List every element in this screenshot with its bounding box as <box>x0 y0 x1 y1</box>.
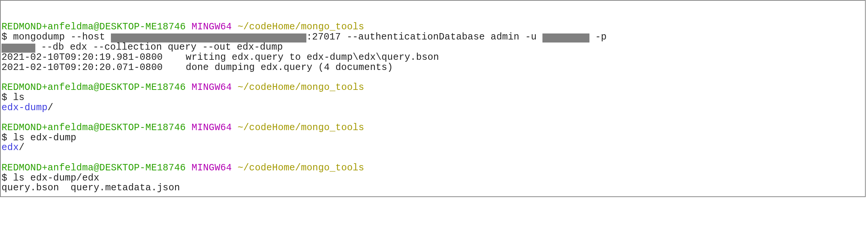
prompt-shell: MINGW64 <box>191 162 232 173</box>
cmd-part: :27017 --authenticationDatabase admin -u <box>306 32 542 43</box>
output-line: 2021-02-10T09:20:20.071-0800 done dumpin… <box>2 62 393 73</box>
prompt-cwd: ~/codeHome/mongo_tools <box>238 21 364 32</box>
command-text: ls edx-dump/edx <box>13 173 100 184</box>
command-text: ls <box>13 92 25 103</box>
prompt-cwd: ~/codeHome/mongo_tools <box>238 162 364 173</box>
dir-suffix: / <box>48 102 53 113</box>
prompt-symbol: $ <box>2 92 7 103</box>
prompt-cwd: ~/codeHome/mongo_tools <box>238 122 364 133</box>
prompt-shell: MINGW64 <box>191 21 232 32</box>
prompt-line: REDMOND+anfeldma@DESKTOP-ME18746 MINGW64… <box>2 162 364 173</box>
output-line: query.bson query.metadata.json <box>2 182 180 193</box>
prompt-shell: MINGW64 <box>191 122 232 133</box>
prompt-shell: MINGW64 <box>191 82 232 93</box>
prompt-cwd: ~/codeHome/mongo_tools <box>238 82 364 93</box>
cmd-part: --db edx --collection query --out edx-du… <box>35 42 283 53</box>
redacted-host <box>111 33 306 43</box>
dir-suffix: / <box>19 142 24 153</box>
cmd-part: mongodump --host <box>13 32 111 43</box>
prompt-user: REDMOND+anfeldma@DESKTOP-ME18746 <box>2 122 186 133</box>
cmd-part: -p <box>589 32 607 43</box>
prompt-symbol: $ <box>2 32 7 43</box>
command-text: mongodump --host :27017 --authentication… <box>2 32 607 53</box>
prompt-user: REDMOND+anfeldma@DESKTOP-ME18746 <box>2 82 186 93</box>
dir-entry: edx <box>2 142 19 153</box>
prompt-user: REDMOND+anfeldma@DESKTOP-ME18746 <box>2 162 186 173</box>
redacted-pass <box>2 44 35 53</box>
command-text: ls edx-dump <box>13 132 76 143</box>
output-line: 2021-02-10T09:20:19.981-0800 writing edx… <box>2 52 439 63</box>
prompt-line: REDMOND+anfeldma@DESKTOP-ME18746 MINGW64… <box>2 122 364 133</box>
terminal-window[interactable]: REDMOND+anfeldma@DESKTOP-ME18746 MINGW64… <box>0 0 866 197</box>
prompt-user: REDMOND+anfeldma@DESKTOP-ME18746 <box>2 21 186 32</box>
dir-entry: edx-dump <box>2 102 48 113</box>
prompt-line: REDMOND+anfeldma@DESKTOP-ME18746 MINGW64… <box>2 82 364 93</box>
redacted-user <box>542 33 589 43</box>
prompt-symbol: $ <box>2 173 7 184</box>
prompt-line: REDMOND+anfeldma@DESKTOP-ME18746 MINGW64… <box>2 21 364 32</box>
prompt-symbol: $ <box>2 132 7 143</box>
